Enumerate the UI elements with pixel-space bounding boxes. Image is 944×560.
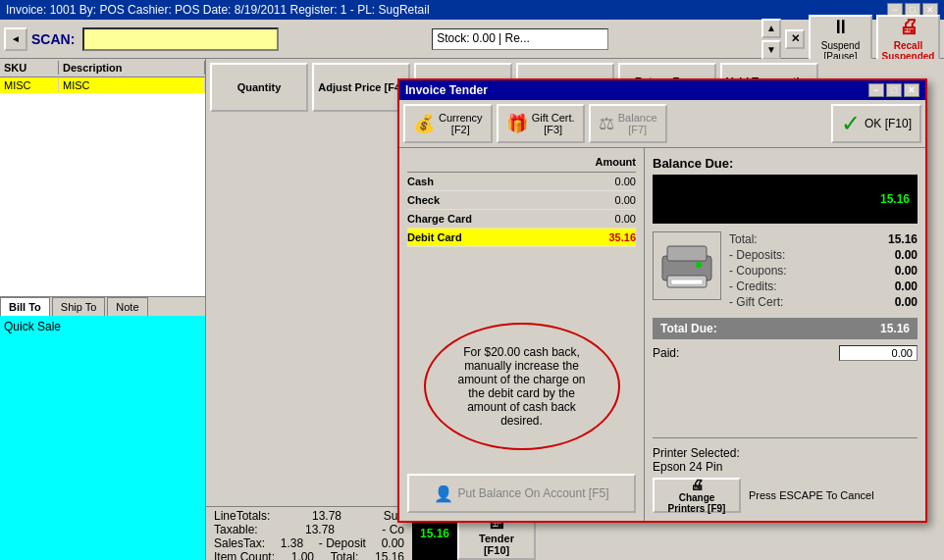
scroll-up-button[interactable]: ▲: [761, 19, 781, 38]
cash-back-message: For $20.00 cash back, manually increase …: [424, 323, 620, 450]
table-header: SKU Description: [0, 59, 205, 77]
title-bar: Invoice: 1001 By: POS Cashier: POS Date:…: [0, 0, 944, 20]
breakdown-row-credits: - Credits: 0.00: [729, 279, 918, 294]
modal-min-button[interactable]: −: [868, 83, 884, 97]
printer-row: 🖨 ChangePrinters [F9] Press ESCAPE To Ca…: [653, 478, 918, 513]
modal-max-button[interactable]: □: [886, 83, 902, 97]
coupons-label: - Coupons:: [729, 264, 787, 278]
balance-button[interactable]: ⚖ Balance[F7]: [589, 104, 667, 143]
total-bdown-label: Total:: [729, 232, 758, 246]
balance-amount: 15.16: [880, 192, 910, 206]
change-printers-label: ChangePrinters [F9]: [668, 492, 726, 514]
cash-value: 0.00: [557, 176, 636, 187]
printer-svg: [657, 236, 716, 295]
breakdown-row-coupons: - Coupons: 0.00: [729, 263, 918, 279]
total-due-value: 15.16: [880, 322, 910, 335]
svg-point-4: [696, 262, 702, 268]
put-balance-icon: 👤: [434, 484, 453, 503]
modal-right: Balance Due: 15.16: [645, 148, 925, 521]
breakdown-row-total: Total: 15.16: [729, 231, 918, 247]
modal-overlay: Invoice Tender − □ ✕ 💰 Currency[F2]: [206, 59, 944, 560]
recall-button[interactable]: 🖨 RecallSuspended: [876, 15, 940, 64]
gift-cert-icon: 🎁: [506, 113, 528, 134]
deposits-label: - Deposits:: [729, 248, 785, 262]
modal-bottom: Printer Selected: Epson 24 Pin 🖨 ChangeP…: [653, 437, 918, 513]
top-toolbar: ◄ SCAN: Stock: 0.00 | Re... ▲ ▼ ✕ ⏸ Susp…: [0, 20, 944, 59]
breakdown-row-deposits: - Deposits: 0.00: [729, 247, 918, 263]
modal-title-bar: Invoice Tender − □ ✕: [399, 80, 925, 100]
tab-ship-to[interactable]: Ship To: [52, 297, 106, 316]
paid-row: Paid:: [653, 343, 918, 363]
table-area: SKU Description MISC MISC: [0, 59, 205, 296]
col-header-desc: Description: [59, 61, 205, 75]
scroll-down-button[interactable]: ▼: [761, 40, 781, 60]
put-balance-label: Put Balance On Account [F5]: [457, 486, 608, 500]
ok-label: OK [F10]: [865, 117, 912, 130]
message-text: For $20.00 cash back, manually increase …: [455, 345, 589, 428]
invoice-tender-modal: Invoice Tender − □ ✕ 💰 Currency[F2]: [397, 78, 927, 523]
suspend-button[interactable]: ⏸ Suspend[Pause]: [809, 15, 872, 64]
svg-rect-3: [671, 280, 703, 284]
tabs: Bill To Ship To Note: [0, 296, 205, 316]
gift-cert-button[interactable]: 🎁 Gift Cert.[F3]: [497, 104, 585, 143]
message-area: For $20.00 cash back, manually increase …: [399, 307, 644, 466]
check-value: 0.00: [557, 194, 636, 206]
close-x-button[interactable]: ✕: [785, 29, 805, 49]
table-row: MISC MISC: [0, 77, 205, 93]
modal-left: Amount Cash 0.00 Check 0.00: [399, 148, 645, 521]
charge-value: 0.00: [557, 213, 636, 225]
currency-button[interactable]: 💰 Currency[F2]: [403, 104, 493, 143]
ok-button[interactable]: ✓ OK [F10]: [831, 104, 921, 143]
tender-table: Amount Cash 0.00 Check 0.00: [399, 148, 644, 307]
recall-icon: 🖨: [899, 16, 918, 38]
change-printers-button[interactable]: 🖨 ChangePrinters [F9]: [653, 478, 741, 513]
debit-value: 35.16: [557, 231, 636, 243]
currency-label: Currency[F2]: [439, 112, 483, 135]
title-text: Invoice: 1001 By: POS Cashier: POS Date:…: [6, 3, 430, 17]
coupons-value: 0.00: [895, 264, 918, 278]
amount-col-header: Amount: [557, 156, 636, 168]
scan-input[interactable]: [82, 27, 279, 51]
balance-due-label: Balance Due:: [653, 156, 918, 171]
check-label: Check: [407, 194, 440, 206]
balance-display: 15.16: [653, 175, 918, 224]
charge-label: Charge Card: [407, 213, 472, 225]
paid-input[interactable]: [839, 345, 918, 361]
stock-bar: Stock: 0.00 | Re...: [432, 28, 608, 50]
put-balance-button[interactable]: 👤 Put Balance On Account [F5]: [407, 474, 636, 513]
total-due-bar: Total Due: 15.16: [653, 318, 918, 339]
svg-rect-1: [667, 246, 707, 261]
modal-body: Amount Cash 0.00 Check 0.00: [399, 148, 925, 521]
escape-label: Press ESCAPE To Cancel: [749, 489, 874, 501]
balance-icon: ⚖: [599, 113, 614, 134]
printer-image: [653, 231, 721, 300]
modal-title-buttons: − □ ✕: [868, 83, 919, 97]
tender-row-check: Check 0.00: [407, 191, 636, 210]
tab-bill-to[interactable]: Bill To: [0, 297, 50, 316]
tender-row-debit: Debit Card 35.16: [407, 229, 636, 247]
giftcert-value: 0.00: [895, 295, 918, 309]
total-bdown-value: 15.16: [888, 232, 918, 246]
content-area: SKU Description MISC MISC Bill To Ship T…: [0, 59, 944, 560]
quick-sale-label: Quick Sale: [4, 320, 61, 333]
modal-title: Invoice Tender: [405, 83, 488, 97]
total-due-label: Total Due:: [660, 322, 717, 335]
modal-close-button[interactable]: ✕: [904, 83, 919, 97]
suspend-icon: ⏸: [831, 16, 851, 38]
printer-selected-label: Printer Selected: Epson 24 Pin: [653, 446, 918, 474]
gift-cert-label: Gift Cert.[F3]: [532, 112, 575, 135]
nav-back-button[interactable]: ◄: [4, 27, 27, 51]
tab-note[interactable]: Note: [107, 297, 147, 316]
currency-icon: 💰: [413, 113, 435, 134]
scan-label: SCAN:: [31, 31, 75, 47]
cell-desc: MISC: [59, 78, 205, 92]
cash-label: Cash: [407, 176, 434, 187]
breakdown-section: Total: 15.16 - Deposits: 0.00 - Coupons:: [653, 231, 918, 310]
col-header-sku: SKU: [0, 61, 59, 75]
tender-row-cash: Cash 0.00: [407, 173, 636, 191]
deposits-value: 0.00: [895, 248, 918, 262]
quick-sale-box: Quick Sale: [0, 316, 205, 561]
breakdown-row-giftcert: - Gift Cert: 0.00: [729, 294, 918, 310]
paid-label: Paid:: [653, 346, 679, 360]
cell-sku: MISC: [0, 78, 59, 92]
